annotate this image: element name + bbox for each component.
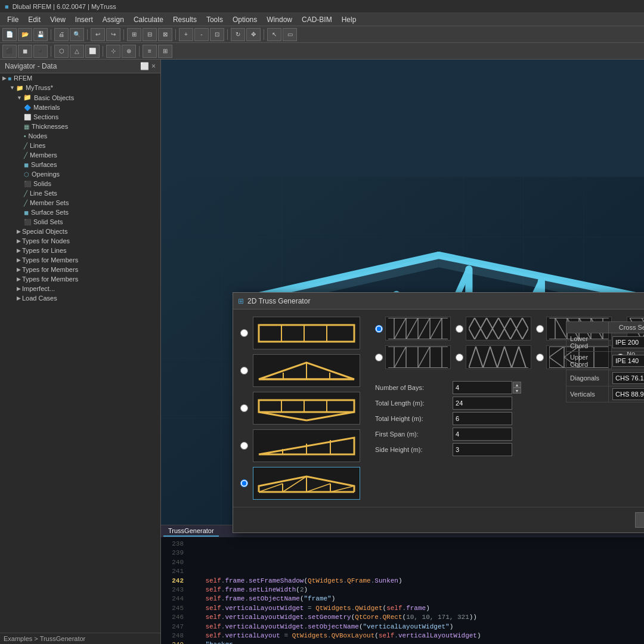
nav-types-members1[interactable]: ▶ Types for Members [0, 255, 160, 265]
section-input-verticals[interactable] [612, 388, 644, 400]
pattern-radio-2[interactable] [456, 325, 463, 333]
toolbar-r2-2[interactable]: ◼ [18, 45, 32, 58]
toolbar-save[interactable]: 💾 [33, 28, 48, 41]
nav-membersets[interactable]: ╱ Member Sets [0, 198, 160, 208]
nav-solidsets[interactable]: ⬛ Solid Sets [0, 217, 160, 227]
viewport[interactable]: TrussGenerator 238 239 240 241 [161, 60, 644, 644]
toolbar-btn2[interactable]: ⊟ [143, 28, 157, 41]
toolbar-r2-6[interactable]: ⬜ [85, 45, 100, 58]
shape-option-4[interactable] [240, 429, 369, 462]
pattern-label-5[interactable] [385, 345, 451, 369]
pattern-label-6[interactable] [466, 345, 531, 369]
pattern-option-2[interactable] [456, 317, 531, 340]
nav-loadcases[interactable]: ▶ Load Cases [0, 293, 160, 303]
navigator-close[interactable]: × [151, 62, 156, 70]
toolbar-r2-layers[interactable]: ≡ [143, 45, 157, 58]
toolbar-btn1[interactable]: ⊞ [127, 28, 141, 41]
nav-materials[interactable]: 🔷 Materials [0, 103, 160, 112]
nav-imperfect[interactable]: ▶ Imperfect... [0, 284, 160, 293]
nav-thicknesses[interactable]: ▦ Thicknesses [0, 122, 160, 131]
shape-option-1[interactable] [240, 317, 369, 349]
shape-option-5[interactable] [240, 467, 369, 500]
toolbar-r2-grid[interactable]: ⊞ [158, 45, 172, 58]
nav-types-nodes[interactable]: ▶ Types for Nodes [0, 236, 160, 246]
toolbar-r2-7[interactable]: ⊹ [106, 45, 120, 58]
create-model-button[interactable]: Create Model [635, 512, 644, 528]
toolbar-pan[interactable]: ✥ [246, 28, 261, 41]
shape-label-4[interactable] [253, 429, 360, 462]
code-area[interactable]: 238 239 240 241 242 [161, 537, 644, 644]
nav-members[interactable]: ╱ Members [0, 150, 160, 160]
pattern-radio-3[interactable] [536, 325, 544, 333]
param-input-height[interactable] [453, 412, 512, 425]
pattern-label-2[interactable] [466, 317, 531, 340]
menu-results[interactable]: Results [168, 13, 202, 26]
toolbar-zoom-in[interactable]: + [179, 28, 193, 41]
toolbar-open[interactable]: 📂 [18, 28, 32, 41]
menu-edit[interactable]: Edit [23, 13, 45, 26]
menu-help[interactable]: Help [337, 13, 361, 26]
menu-tools[interactable]: Tools [202, 13, 228, 26]
shape-option-3[interactable] [240, 392, 369, 425]
nav-rfem[interactable]: ▶ ■ RFEM [0, 73, 160, 83]
nav-basic-objects[interactable]: ▼ 📁 Basic Objects [0, 92, 160, 103]
toolbar-undo[interactable]: ↩ [91, 28, 105, 41]
shape-label-3[interactable] [253, 392, 360, 425]
menu-cadbim[interactable]: CAD-BIM [297, 13, 337, 26]
spinner-up-bays[interactable]: ▲ [513, 382, 521, 388]
nav-lines[interactable]: ╱ Lines [0, 141, 160, 150]
nav-surfaces[interactable]: ◼ Surfaces [0, 160, 160, 169]
nav-mytruss[interactable]: ▼ 📁 MyTruss* [0, 83, 160, 92]
toolbar-cursor[interactable]: ↖ [267, 28, 281, 41]
nav-openings[interactable]: ⬡ Openings [0, 169, 160, 179]
shape-radio-3[interactable] [240, 404, 248, 412]
param-input-firstspan[interactable] [453, 428, 512, 441]
section-input-lowerchord[interactable] [612, 336, 644, 348]
menu-assign[interactable]: Assign [98, 13, 129, 26]
pattern-label-1[interactable] [385, 317, 451, 340]
shape-label-2[interactable] [253, 354, 360, 387]
toolbar-zoom-out[interactable]: - [194, 28, 209, 41]
pattern-radio-5[interactable] [375, 354, 383, 361]
pattern-option-1[interactable] [375, 317, 451, 340]
toolbar-printprev[interactable]: 🔍 [70, 28, 84, 41]
nav-types-members2[interactable]: ▶ Types for Members [0, 265, 160, 274]
menu-file[interactable]: File [2, 13, 23, 26]
nav-specialobj[interactable]: ▶ Special Objects [0, 227, 160, 236]
param-input-length[interactable] [453, 397, 512, 410]
navigator-expand[interactable]: ⬜ [140, 62, 149, 70]
toolbar-r2-3[interactable]: ◾ [33, 45, 48, 58]
toolbar-select[interactable]: ▭ [283, 28, 297, 41]
param-input-bays[interactable] [453, 381, 512, 394]
pattern-option-5[interactable] [375, 345, 451, 369]
spinner-down-bays[interactable]: ▼ [513, 388, 521, 394]
toolbar-btn3[interactable]: ⊠ [158, 28, 172, 41]
shape-radio-5[interactable] [240, 479, 248, 487]
shape-label-1[interactable] [253, 317, 360, 349]
menu-options[interactable]: Options [228, 13, 262, 26]
menu-view[interactable]: View [45, 13, 70, 26]
toolbar-rotate[interactable]: ↻ [231, 28, 245, 41]
nav-solids[interactable]: ⬛ Solids [0, 179, 160, 188]
nav-types-members3[interactable]: ▶ Types for Members [0, 274, 160, 284]
menu-window[interactable]: Window [262, 13, 297, 26]
toolbar-r2-8[interactable]: ⊕ [122, 45, 136, 58]
pattern-radio-7[interactable] [536, 354, 544, 361]
toolbar-r2-1[interactable]: ⬛ [2, 45, 17, 58]
toolbar-redo[interactable]: ↪ [106, 28, 120, 41]
shape-radio-4[interactable] [240, 442, 248, 450]
param-input-sideheight[interactable] [453, 443, 512, 456]
nav-linesets[interactable]: ╱ Line Sets [0, 188, 160, 198]
pattern-radio-1[interactable] [375, 325, 383, 333]
toolbar-r2-5[interactable]: △ [70, 45, 84, 58]
toolbar-print[interactable]: 🖨 [54, 28, 69, 41]
menu-calculate[interactable]: Calculate [129, 13, 168, 26]
section-input-upperchord[interactable] [612, 355, 644, 367]
nav-surfacesets[interactable]: ◼ Surface Sets [0, 208, 160, 217]
shape-option-2[interactable] [240, 354, 369, 387]
nav-sections[interactable]: ⬜ Sections [0, 112, 160, 122]
section-input-diagonals[interactable] [612, 372, 644, 384]
shape-label-5[interactable] [253, 467, 360, 500]
shape-radio-2[interactable] [240, 367, 248, 374]
pattern-option-6[interactable] [456, 345, 531, 369]
